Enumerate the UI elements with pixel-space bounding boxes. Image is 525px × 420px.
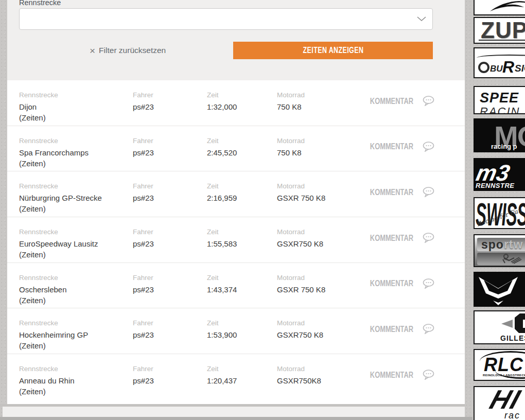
- track-zeiten-suffix[interactable]: (Zeiten): [19, 249, 133, 260]
- time-cell: Zeit 1:53,900: [207, 319, 277, 354]
- track-zeiten-suffix[interactable]: (Zeiten): [19, 158, 133, 169]
- sponsor-tile-m3[interactable]: m3 WWW RENNSTRE: [474, 158, 525, 191]
- table-row: Rennstrecke Nürburgring GP-Strecke (Zeit…: [7, 171, 465, 217]
- table-row: Rennstrecke Oschersleben (Zeiten) Fahrer…: [7, 263, 465, 309]
- rider-column-label: Fahrer: [133, 319, 207, 327]
- comment-button[interactable]: KOMMENTAR: [364, 278, 435, 289]
- comment-bubble-icon: [423, 233, 435, 243]
- bursig-text-bu: BU: [490, 64, 503, 74]
- time-cell: Zeit 2:45,520: [207, 137, 277, 171]
- rider-column-label: Fahrer: [133, 365, 207, 373]
- time-value: 1:53,900: [207, 329, 277, 340]
- comment-bubble-icon: [423, 278, 435, 289]
- comment-button[interactable]: KOMMENTAR: [364, 233, 435, 243]
- bursig-text-sig: SIG: [515, 63, 525, 74]
- swoosh-icon: [475, 0, 525, 14]
- sponsor-tile-rlc[interactable]: RLC REINOLDUS LANGSTRECKEN CUP: [474, 349, 525, 381]
- rlc-subtitle-text: REINOLDUS LANGSTRECKEN CUP: [483, 374, 525, 377]
- track-zeiten-suffix[interactable]: (Zeiten): [19, 203, 133, 214]
- sportw-rider-icon: [477, 253, 525, 265]
- comment-bubble-icon: [423, 370, 435, 380]
- time-cell: Zeit 2:16,959: [207, 182, 277, 217]
- track-zeiten-suffix[interactable]: (Zeiten): [19, 112, 133, 123]
- comment-label: KOMMENTAR: [370, 324, 413, 334]
- track-value: EuroSpeedway Lausitz: [19, 238, 133, 249]
- track-cell: Rennstrecke Oschersleben (Zeiten): [19, 274, 133, 308]
- zup-logo-text: ZUP: [475, 18, 525, 42]
- gilles-logo-text: GILLES: [500, 334, 525, 342]
- track-column-label: Rennstrecke: [19, 228, 133, 236]
- comment-bubble-icon: [423, 96, 435, 106]
- sponsor-tile-wings[interactable]: [474, 272, 525, 307]
- track-zeiten-suffix[interactable]: (Zeiten): [19, 386, 133, 397]
- comment-button[interactable]: KOMMENTAR: [364, 324, 435, 334]
- rider-cell: Fahrer ps#23: [133, 365, 207, 400]
- comment-button[interactable]: KOMMENTAR: [364, 370, 435, 380]
- comment-label: KOMMENTAR: [370, 233, 413, 243]
- sponsor-tile-gilles[interactable]: GILLES: [474, 310, 525, 344]
- results-list: Rennstrecke Dijon (Zeiten) Fahrer ps#23 …: [7, 80, 465, 400]
- time-column-label: Zeit: [207, 319, 277, 327]
- track-cell: Rennstrecke Nürburgring GP-Strecke (Zeit…: [19, 182, 133, 217]
- track-zeiten-suffix[interactable]: (Zeiten): [19, 340, 133, 351]
- comment-label: KOMMENTAR: [370, 142, 413, 151]
- time-column-label: Zeit: [207, 274, 277, 282]
- footer-bar: [0, 417, 472, 420]
- rider-value: ps#23: [133, 238, 207, 249]
- rider-value: ps#23: [133, 375, 207, 386]
- rider-column-label: Fahrer: [133, 91, 207, 99]
- reset-filter-link[interactable]: × Filter zurücksetzen: [90, 45, 166, 56]
- time-value: 1:43,374: [207, 284, 277, 295]
- sponsor-tile-mo[interactable]: MO racing p: [474, 118, 525, 152]
- track-column-label: Rennstrecke: [19, 137, 133, 145]
- sportw-wordmark: sportw: [477, 238, 525, 251]
- time-value: 1:32,000: [207, 101, 277, 112]
- comment-button[interactable]: KOMMENTAR: [364, 187, 435, 197]
- comment-label: KOMMENTAR: [370, 278, 413, 288]
- main-content: Rennstrecke × Filter zurücksetzen ZEITEN…: [7, 0, 465, 404]
- m3-bottom-text: RENNSTRE: [476, 182, 515, 189]
- comment-bubble-icon: [423, 187, 435, 197]
- track-zeiten-suffix[interactable]: (Zeiten): [19, 295, 133, 306]
- comment-label: KOMMENTAR: [370, 96, 413, 106]
- table-row: Rennstrecke Anneau du Rhin (Zeiten) Fahr…: [7, 354, 465, 400]
- zup-underline: [479, 40, 525, 41]
- track-cell: Rennstrecke Dijon (Zeiten): [19, 91, 133, 126]
- track-cell: Rennstrecke EuroSpeedway Lausitz (Zeiten…: [19, 228, 133, 262]
- track-column-label: Rennstrecke: [19, 274, 133, 282]
- rider-value: ps#23: [133, 101, 207, 112]
- sponsor-tile-zup[interactable]: ZUP: [474, 17, 525, 44]
- track-cell: Rennstrecke Hockenheimring GP (Zeiten): [19, 319, 133, 354]
- track-cell: Rennstrecke Anneau du Rhin (Zeiten): [19, 365, 133, 400]
- sponsor-tile-swiss[interactable]: SWISS Racing for Fun MOTO-CENTER THUN: [474, 197, 525, 229]
- speer-line2: RACIN: [480, 105, 525, 114]
- comment-button[interactable]: KOMMENTAR: [364, 96, 435, 106]
- show-times-button[interactable]: ZEITEN ANZEIGEN: [233, 42, 433, 59]
- time-value: 2:16,959: [207, 192, 277, 203]
- rider-cell: Fahrer ps#23: [133, 182, 207, 217]
- sponsor-tile-sportw[interactable]: sportw: [474, 234, 525, 267]
- bursig-wheel-icon: [478, 62, 489, 73]
- sponsor-tile-bursig[interactable]: BU R SIG: [474, 47, 525, 78]
- track-column-label: Rennstrecke: [19, 182, 133, 190]
- time-column-label: Zeit: [207, 365, 277, 373]
- sponsor-tile-speer-racing[interactable]: SPEE RACIN: [474, 86, 525, 114]
- rider-column-label: Fahrer: [133, 182, 207, 190]
- time-value: 1:55,583: [207, 238, 277, 249]
- time-column-label: Zeit: [207, 91, 277, 99]
- track-select[interactable]: [19, 8, 433, 30]
- table-row: Rennstrecke EuroSpeedway Lausitz (Zeiten…: [7, 217, 465, 263]
- comment-label: KOMMENTAR: [370, 187, 413, 197]
- track-value: Nürburgring GP-Strecke: [19, 192, 133, 203]
- sponsor-tile-swoosh[interactable]: [474, 0, 525, 15]
- rider-value: ps#23: [133, 192, 207, 203]
- footer-strip: [3, 407, 465, 417]
- bursig-text-r: R: [502, 58, 514, 77]
- comment-button[interactable]: KOMMENTAR: [364, 142, 435, 152]
- table-row: Rennstrecke Dijon (Zeiten) Fahrer ps#23 …: [7, 80, 465, 126]
- time-value: 1:20,437: [207, 375, 277, 386]
- sponsor-tile-hi-racing[interactable]: HI rac: [474, 386, 525, 420]
- rider-column-label: Fahrer: [133, 274, 207, 282]
- time-column-label: Zeit: [207, 228, 277, 236]
- rlc-logo-text: RLC: [484, 354, 523, 376]
